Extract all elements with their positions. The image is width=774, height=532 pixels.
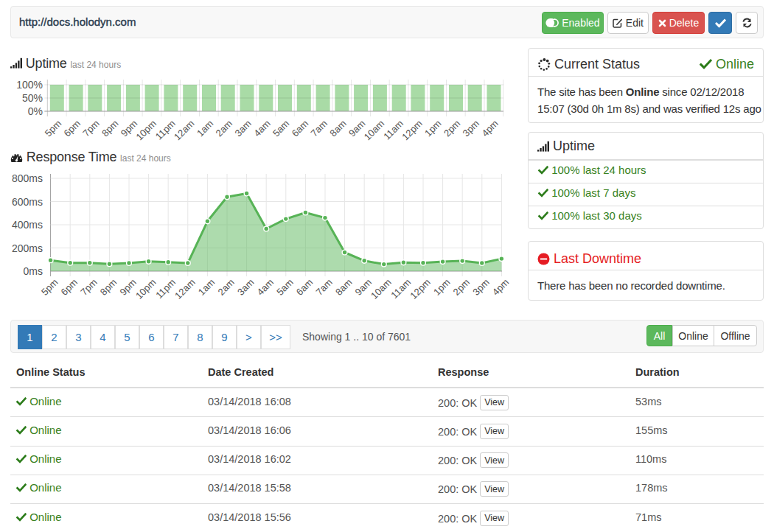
svg-text:10am: 10am bbox=[362, 118, 387, 143]
svg-text:8am: 8am bbox=[333, 276, 354, 297]
svg-text:0%: 0% bbox=[28, 105, 43, 117]
svg-text:8pm: 8pm bbox=[100, 118, 120, 139]
svg-text:8pm: 8pm bbox=[98, 276, 119, 297]
svg-text:1pm: 1pm bbox=[422, 118, 443, 139]
svg-text:50%: 50% bbox=[22, 92, 43, 104]
svg-text:10am: 10am bbox=[369, 276, 394, 301]
svg-text:12am: 12am bbox=[172, 118, 197, 143]
svg-text:100%: 100% bbox=[16, 79, 43, 91]
svg-text:6am: 6am bbox=[294, 276, 315, 297]
svg-text:12pm: 12pm bbox=[408, 276, 433, 301]
svg-text:4pm: 4pm bbox=[479, 118, 500, 139]
svg-text:10pm: 10pm bbox=[133, 276, 158, 301]
svg-text:3am: 3am bbox=[232, 118, 253, 139]
svg-text:0ms: 0ms bbox=[24, 265, 43, 277]
svg-text:11pm: 11pm bbox=[153, 276, 178, 301]
svg-text:6am: 6am bbox=[290, 118, 310, 139]
svg-text:11am: 11am bbox=[381, 118, 405, 142]
svg-text:3pm: 3pm bbox=[461, 118, 481, 139]
svg-text:1pm: 1pm bbox=[431, 276, 452, 297]
svg-text:200ms: 200ms bbox=[12, 242, 43, 254]
svg-text:400ms: 400ms bbox=[12, 219, 43, 231]
svg-text:2pm: 2pm bbox=[442, 118, 462, 139]
svg-text:3am: 3am bbox=[235, 276, 256, 297]
svg-text:12am: 12am bbox=[172, 276, 198, 301]
svg-text:2pm: 2pm bbox=[451, 276, 472, 297]
svg-text:5pm: 5pm bbox=[39, 276, 60, 297]
svg-text:5am: 5am bbox=[271, 118, 291, 139]
svg-text:8am: 8am bbox=[327, 118, 348, 139]
svg-text:7am: 7am bbox=[309, 118, 330, 139]
svg-text:2am: 2am bbox=[214, 118, 234, 139]
svg-text:12pm: 12pm bbox=[400, 118, 425, 143]
svg-text:6pm: 6pm bbox=[62, 118, 83, 139]
svg-text:800ms: 800ms bbox=[12, 172, 43, 184]
svg-text:7pm: 7pm bbox=[80, 118, 101, 139]
svg-text:2am: 2am bbox=[215, 276, 236, 297]
svg-text:6pm: 6pm bbox=[59, 276, 80, 297]
svg-text:600ms: 600ms bbox=[12, 196, 43, 208]
svg-text:7pm: 7pm bbox=[78, 276, 99, 297]
svg-text:11pm: 11pm bbox=[153, 118, 178, 142]
svg-text:4am: 4am bbox=[255, 276, 276, 297]
svg-text:7am: 7am bbox=[313, 276, 334, 297]
svg-text:11am: 11am bbox=[388, 276, 413, 301]
svg-text:4pm: 4pm bbox=[490, 276, 511, 297]
svg-text:4am: 4am bbox=[251, 118, 272, 139]
svg-text:3pm: 3pm bbox=[470, 276, 491, 297]
svg-text:1am: 1am bbox=[195, 118, 215, 139]
svg-text:5am: 5am bbox=[274, 276, 295, 297]
svg-text:5pm: 5pm bbox=[43, 118, 63, 139]
svg-text:1am: 1am bbox=[196, 276, 217, 297]
svg-text:10pm: 10pm bbox=[133, 118, 158, 143]
